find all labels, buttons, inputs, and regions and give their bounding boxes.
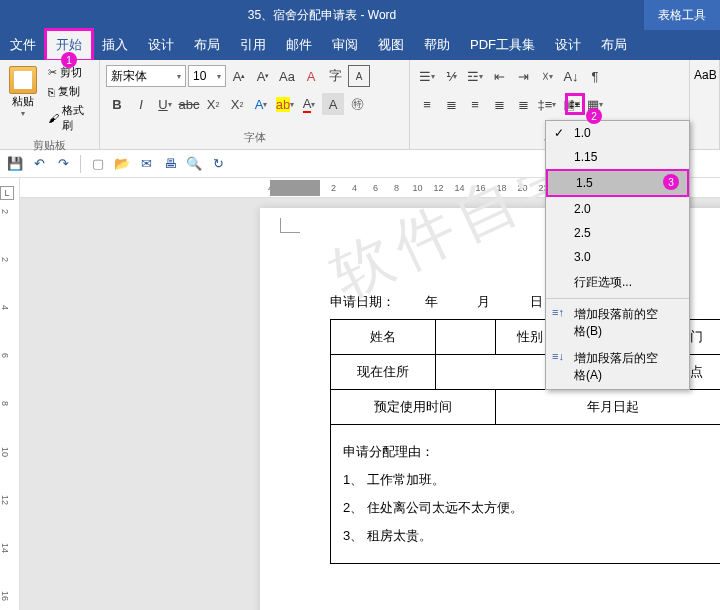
spacing-option-3.0[interactable]: 3.0 <box>546 245 689 269</box>
clipboard-group-label: 剪贴板 <box>4 136 95 155</box>
menu-table-design[interactable]: 设计 <box>545 30 591 60</box>
distributed-button[interactable]: ≣ <box>512 93 534 115</box>
save-button[interactable]: 💾 <box>6 155 24 173</box>
grow-font-button[interactable]: A▴ <box>228 65 250 87</box>
ruler-margin-indicator <box>270 180 320 196</box>
menu-layout[interactable]: 布局 <box>184 30 230 60</box>
undo-button[interactable]: ↶ <box>30 155 48 173</box>
menu-help[interactable]: 帮助 <box>414 30 460 60</box>
day-unit: 日 <box>530 294 543 309</box>
reasons-title: 申请分配理由： <box>343 443 720 461</box>
menu-review[interactable]: 审阅 <box>322 30 368 60</box>
menu-view[interactable]: 视图 <box>368 30 414 60</box>
decrease-indent-button[interactable]: ⇤ <box>488 65 510 87</box>
line-spacing-options[interactable]: 行距选项... <box>546 269 689 296</box>
line-spacing-dropdown: 1.0 1.15 1.5 3 2.0 2.5 3.0 行距选项... ≡↑增加段… <box>545 120 690 390</box>
menu-home[interactable]: 开始 1 <box>46 30 92 60</box>
cell-start-date-label: 年月日起 <box>495 390 720 425</box>
titlebar: 35、宿舍分配申请表 - Word 表格工具 <box>0 0 720 30</box>
spacing-option-1.5[interactable]: 1.5 3 <box>546 169 689 197</box>
cell-reasons: 申请分配理由： 1、 工作常加班。 2、 住处离公司太远不太方便。 3、 租房太… <box>331 425 721 564</box>
refresh-button[interactable]: ↻ <box>209 155 227 173</box>
cell-usage-time-label: 预定使用时间 <box>331 390 496 425</box>
bold-button[interactable]: B <box>106 93 128 115</box>
multilevel-list-button[interactable]: ☲▾ <box>464 65 486 87</box>
align-right-button[interactable]: ≡ <box>464 93 486 115</box>
space-after-icon: ≡↓ <box>552 350 564 362</box>
spacing-option-2.5[interactable]: 2.5 <box>546 221 689 245</box>
highlight-button[interactable]: ab▾ <box>274 93 296 115</box>
font-name-select[interactable]: 新宋体▾ <box>106 65 186 87</box>
qat-separator <box>80 155 81 173</box>
clear-formatting-button[interactable]: A <box>300 65 322 87</box>
contextual-tools-label: 表格工具 <box>644 0 720 30</box>
open-button[interactable]: 📂 <box>113 155 131 173</box>
sort-button[interactable]: A↓ <box>560 65 582 87</box>
numbering-button[interactable]: ⅟▾ <box>440 65 462 87</box>
change-case-button[interactable]: Aa <box>276 65 298 87</box>
show-marks-button[interactable]: ¶ <box>584 65 606 87</box>
bullets-button[interactable]: ☰▾ <box>416 65 438 87</box>
line-spacing-button[interactable]: ‡≡▾ <box>536 93 558 115</box>
format-painter-button[interactable]: 🖌格式刷 <box>46 102 93 134</box>
print-preview-button[interactable]: 🖶 <box>161 155 179 173</box>
vertical-ruler: L 2 2 4 6 8 10 12 14 16 <box>0 178 20 610</box>
annotation-badge-2: 2 <box>586 108 602 124</box>
redo-button[interactable]: ↷ <box>54 155 72 173</box>
menu-references[interactable]: 引用 <box>230 30 276 60</box>
asian-layout-button[interactable]: ☓▾ <box>536 65 558 87</box>
strikethrough-button[interactable]: abc <box>178 93 200 115</box>
new-button[interactable]: ▢ <box>89 155 107 173</box>
menu-file[interactable]: 文件 <box>0 30 46 60</box>
paste-button[interactable]: 粘贴 ▾ <box>4 62 42 136</box>
year-unit: 年 <box>425 294 438 309</box>
enclose-characters-button[interactable]: ㊕ <box>346 93 368 115</box>
copy-button[interactable]: ⎘复制 <box>46 83 93 100</box>
spacing-option-2.0[interactable]: 2.0 <box>546 197 689 221</box>
increase-indent-button[interactable]: ⇥ <box>512 65 534 87</box>
line-spacing-icon: ‡≡ <box>569 99 580 110</box>
month-unit: 月 <box>477 294 490 309</box>
character-shading-button[interactable]: A <box>322 93 344 115</box>
menu-design[interactable]: 设计 <box>138 30 184 60</box>
align-center-button[interactable]: ≣ <box>440 93 462 115</box>
styles-gallery[interactable]: AaB <box>694 64 715 82</box>
add-space-before[interactable]: ≡↑增加段落前的空格(B) <box>546 301 689 345</box>
menu-table-layout[interactable]: 布局 <box>591 30 637 60</box>
annotation-highlight-2: ‡≡ <box>565 93 585 115</box>
character-border-button[interactable]: A <box>348 65 370 87</box>
shrink-font-button[interactable]: A▾ <box>252 65 274 87</box>
spacing-option-1.0[interactable]: 1.0 <box>546 121 689 145</box>
brush-icon: 🖌 <box>48 112 59 124</box>
space-before-icon: ≡↑ <box>552 306 564 318</box>
ribbon: 粘贴 ▾ ✂剪切 ⎘复制 🖌格式刷 剪贴板 新宋体▾ 10▾ A▴ A▾ Aa … <box>0 60 720 150</box>
subscript-button[interactable]: X2 <box>202 93 224 115</box>
ribbon-group-font: 新宋体▾ 10▾ A▴ A▾ Aa A 字 A B I U▾ abc X2 X2… <box>100 60 410 149</box>
annotation-badge-3: 3 <box>663 174 679 190</box>
reason-item: 1、 工作常加班。 <box>343 471 720 489</box>
menu-insert[interactable]: 插入 <box>92 30 138 60</box>
phonetic-guide-button[interactable]: 字 <box>324 65 346 87</box>
align-left-button[interactable]: ≡ <box>416 93 438 115</box>
ruler-corner[interactable]: L <box>0 186 14 200</box>
justify-button[interactable]: ≣ <box>488 93 510 115</box>
menu-mailings[interactable]: 邮件 <box>276 30 322 60</box>
font-color-button[interactable]: A▾ <box>298 93 320 115</box>
spacing-option-1.15[interactable]: 1.15 <box>546 145 689 169</box>
table-row: 申请分配理由： 1、 工作常加班。 2、 住处离公司太远不太方便。 3、 租房太… <box>331 425 721 564</box>
zoom-button[interactable]: 🔍 <box>185 155 203 173</box>
mail-button[interactable]: ✉ <box>137 155 155 173</box>
superscript-button[interactable]: X2 <box>226 93 248 115</box>
italic-button[interactable]: I <box>130 93 152 115</box>
menu-pdf-tools[interactable]: PDF工具集 <box>460 30 545 60</box>
underline-button[interactable]: U▾ <box>154 93 176 115</box>
window-title: 35、宿舍分配申请表 - Word <box>0 7 644 24</box>
font-size-select[interactable]: 10▾ <box>188 65 226 87</box>
font-group-label: 字体 <box>104 128 405 147</box>
annotation-badge-1: 1 <box>61 52 77 68</box>
add-space-after[interactable]: ≡↓增加段落后的空格(A) <box>546 345 689 389</box>
ribbon-group-clipboard: 粘贴 ▾ ✂剪切 ⎘复制 🖌格式刷 剪贴板 <box>0 60 100 149</box>
reason-item: 2、 住处离公司太远不太方便。 <box>343 499 720 517</box>
text-effects-button[interactable]: A▾ <box>250 93 272 115</box>
cell-address-label: 现在住所 <box>331 355 436 390</box>
